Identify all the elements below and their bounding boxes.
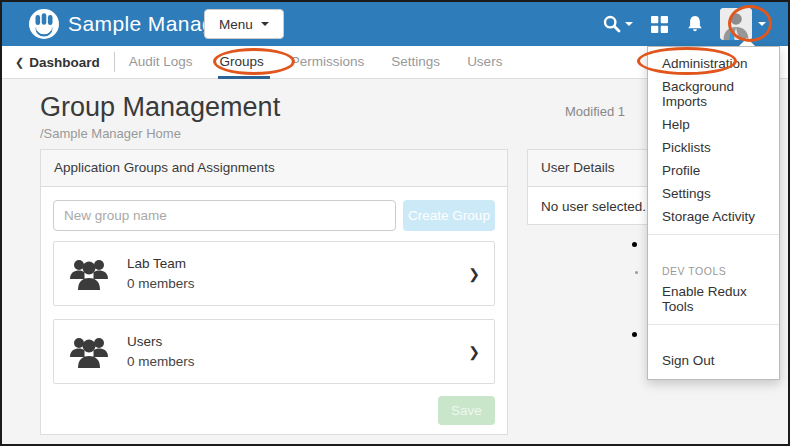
back-to-dashboard-link[interactable]: ❮ Dashboard [15, 55, 100, 70]
menu-item-administration[interactable]: Administration [648, 52, 779, 75]
app-window: Sample Manager Menu [0, 0, 790, 446]
chevron-left-icon: ❮ [15, 56, 24, 69]
new-group-name-input[interactable] [53, 200, 396, 231]
groups-panel-body: Create Group Lab Team 0 members ❯ [41, 187, 507, 438]
user-avatar[interactable] [714, 8, 778, 40]
modified-timestamp: Modified 1 [565, 104, 647, 119]
tab-groups[interactable]: Groups [220, 46, 264, 79]
menu-item-administration-label: Administration [662, 56, 748, 71]
tab-audit-logs[interactable]: Audit Logs [129, 46, 193, 79]
header-icon-group [602, 2, 788, 46]
group-row-users[interactable]: Users 0 members ❯ [53, 319, 495, 384]
chevron-right-icon[interactable]: ❯ [468, 266, 480, 282]
menu-divider [648, 324, 779, 343]
groups-panel-title: Application Groups and Assignments [41, 150, 507, 187]
menu-item-settings[interactable]: Settings [648, 182, 779, 205]
dev-tools-section-header: DEV TOOLS [648, 259, 779, 280]
groups-panel: Application Groups and Assignments Creat… [40, 149, 508, 435]
menu-button[interactable]: Menu [204, 9, 284, 39]
dropdown-arrow [739, 38, 755, 46]
user-dropdown-menu: Administration Background Imports Help P… [647, 46, 780, 380]
group-row-lab-team[interactable]: Lab Team 0 members ❯ [53, 241, 495, 306]
users-group-icon [68, 257, 110, 290]
menu-item-sign-out[interactable]: Sign Out [648, 349, 779, 372]
tab-users[interactable]: Users [467, 46, 502, 79]
search-caret-icon [625, 22, 633, 26]
menu-item-storage-activity[interactable]: Storage Activity [648, 205, 779, 228]
tab-groups-label: Groups [220, 54, 264, 69]
group-member-count: 0 members [127, 276, 195, 291]
tab-permissions[interactable]: Permissions [291, 46, 365, 79]
notifications-bell-icon[interactable] [686, 15, 704, 34]
create-group-button[interactable]: Create Group [403, 200, 495, 231]
create-group-row: Create Group [53, 200, 495, 231]
menu-divider [648, 234, 779, 253]
page-title: Group Management [40, 92, 280, 123]
search-icon[interactable] [602, 14, 633, 34]
menu-item-profile[interactable]: Profile [648, 159, 779, 182]
active-tab-underline [218, 76, 270, 79]
nav-divider [114, 52, 115, 72]
avatar-image [720, 8, 752, 40]
breadcrumb: /Sample Manager Home [40, 126, 181, 141]
app-header: Sample Manager Menu [2, 2, 788, 46]
menu-item-background-imports[interactable]: Background Imports [648, 75, 779, 113]
users-group-icon [68, 335, 110, 368]
chevron-down-icon [261, 22, 269, 26]
chevron-right-icon[interactable]: ❯ [468, 344, 480, 360]
avatar-caret-icon [758, 22, 766, 26]
menu-item-picklists[interactable]: Picklists [648, 136, 779, 159]
group-member-count: 0 members [127, 354, 195, 369]
tab-settings[interactable]: Settings [391, 46, 440, 79]
group-name: Lab Team [127, 256, 195, 271]
menu-item-help[interactable]: Help [648, 113, 779, 136]
save-button[interactable]: Save [438, 396, 495, 425]
labkey-logo-icon [29, 9, 59, 39]
group-name: Users [127, 334, 195, 349]
save-row: Save [53, 396, 495, 425]
back-label: Dashboard [29, 55, 100, 70]
menu-item-enable-redux-tools[interactable]: Enable Redux Tools [648, 280, 779, 318]
menu-button-label: Menu [219, 17, 253, 32]
apps-grid-icon[interactable] [651, 16, 668, 33]
